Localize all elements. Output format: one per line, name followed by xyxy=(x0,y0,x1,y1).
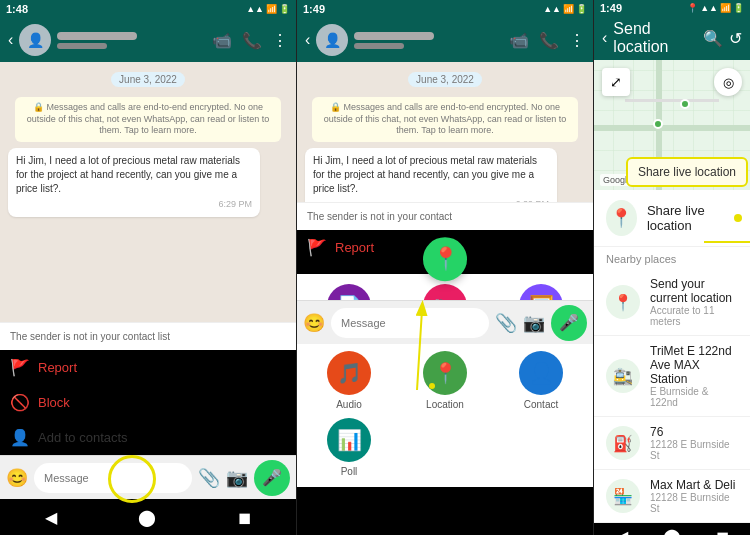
refresh-icon[interactable]: ↺ xyxy=(729,29,742,48)
nearby-info-2: 76 12128 E Burnside St xyxy=(650,425,738,461)
attach-poll[interactable]: 📊 Poll xyxy=(305,418,393,477)
mic-button-1[interactable]: 🎤 xyxy=(254,460,290,496)
contact-label: Contact xyxy=(524,399,558,410)
time-1: 1:48 xyxy=(6,3,28,15)
share-live-location-item[interactable]: 📍 Share live location xyxy=(594,190,750,247)
header-icons-2: 📹 📞 ⋮ xyxy=(509,31,585,50)
add-contact-label: Add to contacts xyxy=(38,430,128,445)
emoji-icon-1[interactable]: 😊 xyxy=(6,467,28,489)
message-time-1: 6:29 PM xyxy=(16,198,252,211)
emoji-icon-2[interactable]: 😊 xyxy=(303,312,325,334)
status-bar-2: 1:49 ▲▲ 📶 🔋 xyxy=(297,0,593,18)
wifi-icon: ▲▲ xyxy=(246,4,264,14)
nearby-item-3[interactable]: 🏪 Max Mart & Deli 12128 E Burnside St xyxy=(594,470,750,523)
video-call-icon[interactable]: 📹 xyxy=(212,31,232,50)
map-road-h xyxy=(594,125,750,131)
attach-audio[interactable]: 🎵 Audio xyxy=(305,351,393,410)
callout-box: Share live location xyxy=(626,157,748,187)
mic-button-2[interactable]: 🎤 xyxy=(551,305,587,341)
attachment-icon-1[interactable]: 📎 xyxy=(198,467,220,489)
nearby-item-0[interactable]: 📍 Send your current location Accurate to… xyxy=(594,269,750,336)
message-text-1: Hi Jim, I need a lot of precious metal r… xyxy=(16,155,240,194)
map-my-location-button[interactable]: ◎ xyxy=(714,68,742,96)
e2e-notice-1: 🔒 Messages and calls are end-to-end encr… xyxy=(15,97,281,142)
avatar-2: 👤 xyxy=(316,24,348,56)
wifi-icon-3: ▲▲ xyxy=(700,3,718,13)
back-nav-3[interactable]: ◀ xyxy=(616,527,628,535)
map-location-dot-2 xyxy=(680,99,690,109)
attachment-icon-2[interactable]: 📎 xyxy=(495,312,517,334)
more-icon-2[interactable]: ⋮ xyxy=(569,31,585,50)
add-contact-action[interactable]: 👤 Add to contacts xyxy=(0,420,296,455)
signal-icon-2: 📶 xyxy=(563,4,574,14)
annotation-dot xyxy=(429,383,435,389)
attach-location[interactable]: 📍 Location xyxy=(401,351,489,410)
video-call-icon-2[interactable]: 📹 xyxy=(509,31,529,50)
train-station-icon: 🚉 xyxy=(606,359,640,393)
call-icon[interactable]: 📞 xyxy=(242,31,262,50)
nearby-name-2: 76 xyxy=(650,425,738,439)
nearby-places-header: Nearby places xyxy=(594,247,750,269)
status-bar-1: 1:48 ▲▲ 📶 🔋 xyxy=(0,0,296,18)
report-label: Report xyxy=(38,360,77,375)
nearby-sub-3: 12128 E Burnside St xyxy=(650,492,738,514)
location-label: Location xyxy=(426,399,464,410)
nearby-info-3: Max Mart & Deli 12128 E Burnside St xyxy=(650,478,738,514)
panel-1: 1:48 ▲▲ 📶 🔋 ‹ 👤 📹 📞 ⋮ June 3, 2022 🔒 Mes… xyxy=(0,0,297,535)
nav-bar-3: ◀ ⬤ ◼ xyxy=(594,523,750,535)
contact-icon: 👤 xyxy=(519,351,563,395)
block-action[interactable]: 🚫 Block xyxy=(0,385,296,420)
camera-icon-2[interactable]: 📷 xyxy=(523,312,545,334)
attachment-circle xyxy=(108,455,156,503)
contact-info-2 xyxy=(354,32,503,49)
signal-icon: 📶 xyxy=(266,4,277,14)
status-icons-1: ▲▲ 📶 🔋 xyxy=(246,4,290,14)
map-road-minor xyxy=(625,99,719,102)
panel-2: 1:49 ▲▲ 📶 🔋 ‹ 👤 📹 📞 ⋮ June 3, 2022 🔒 Mes… xyxy=(297,0,594,535)
panel-3: 1:49 📍 ▲▲ 📶 🔋 ‹ Send location 🔍 ↺ ⤢ ◎ Go… xyxy=(594,0,750,535)
message-bubble-1: Hi Jim, I need a lot of precious metal r… xyxy=(8,148,260,217)
call-icon-2[interactable]: 📞 xyxy=(539,31,559,50)
home-nav-3[interactable]: ⬤ xyxy=(663,527,681,535)
nearby-name-3: Max Mart & Deli xyxy=(650,478,738,492)
nav-bar-1: ◀ ⬤ ◼ xyxy=(0,499,296,535)
battery-icon-3: 🔋 xyxy=(733,3,744,13)
map-expand-button[interactable]: ⤢ xyxy=(602,68,630,96)
nearby-name-0: Send your current location xyxy=(650,277,738,305)
contact-status-2 xyxy=(354,43,404,49)
recent-nav-1[interactable]: ◼ xyxy=(238,508,251,527)
avatar-1: 👤 xyxy=(19,24,51,56)
report-action[interactable]: 🚩 Report xyxy=(0,350,296,385)
back-button-2[interactable]: ‹ xyxy=(305,31,310,49)
message-bubble-2: Hi Jim, I need a lot of precious metal r… xyxy=(305,148,557,202)
home-nav-1[interactable]: ⬤ xyxy=(138,508,156,527)
camera-icon-1[interactable]: 📷 xyxy=(226,467,248,489)
current-location-icon: 📍 xyxy=(606,285,640,319)
recent-nav-3[interactable]: ◼ xyxy=(716,527,729,535)
back-button-3[interactable]: ‹ xyxy=(602,29,607,47)
gas-station-icon: ⛽ xyxy=(606,426,640,460)
report-label-2: Report xyxy=(335,240,374,255)
chat-header-2: ‹ 👤 📹 📞 ⋮ xyxy=(297,18,593,62)
location-fab[interactable]: 📍 xyxy=(423,237,467,281)
search-icon[interactable]: 🔍 xyxy=(703,29,723,48)
block-label: Block xyxy=(38,395,70,410)
message-input-2[interactable] xyxy=(331,308,489,338)
back-button-1[interactable]: ‹ xyxy=(8,31,13,49)
more-icon[interactable]: ⋮ xyxy=(272,31,288,50)
contact-name-1 xyxy=(57,32,137,40)
back-nav-1[interactable]: ◀ xyxy=(45,508,57,527)
nearby-sub-1: E Burnside & 122nd xyxy=(650,386,738,408)
nearby-sub-0: Accurate to 11 meters xyxy=(650,305,738,327)
status-icons-2: ▲▲ 📶 🔋 xyxy=(543,4,587,14)
nearby-item-1[interactable]: 🚉 TriMet E 122nd Ave MAX Station E Burns… xyxy=(594,336,750,417)
poll-icon: 📊 xyxy=(327,418,371,462)
nearby-item-2[interactable]: ⛽ 76 12128 E Burnside St xyxy=(594,417,750,470)
location-status-icon: 📍 xyxy=(687,3,698,13)
time-3: 1:49 xyxy=(600,2,622,14)
share-live-icon: 📍 xyxy=(606,200,637,236)
contact-status-1 xyxy=(57,43,107,49)
time-2: 1:49 xyxy=(303,3,325,15)
attach-contact[interactable]: 👤 Contact xyxy=(497,351,585,410)
battery-icon-2: 🔋 xyxy=(576,4,587,14)
